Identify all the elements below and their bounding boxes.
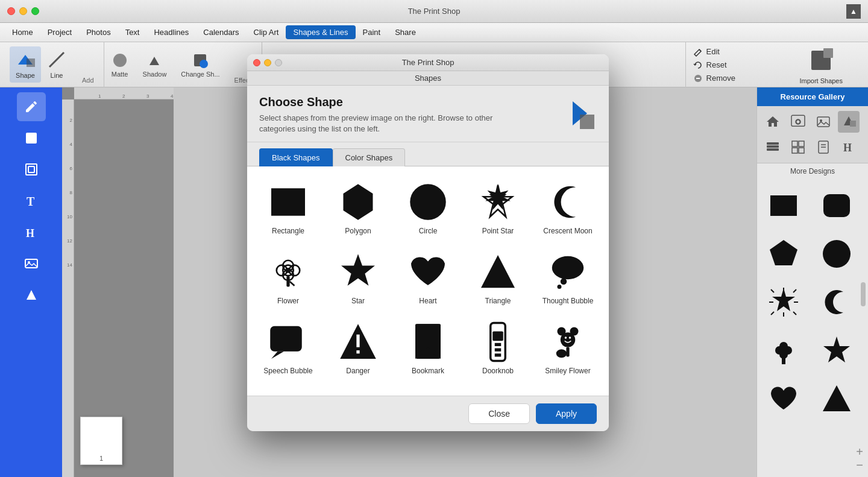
svg-rect-26 <box>767 145 779 148</box>
menu-paint[interactable]: Paint <box>356 25 388 39</box>
tool-reset[interactable]: Reset <box>693 60 735 70</box>
scrollbar[interactable] <box>861 282 866 306</box>
minimize-window-button[interactable] <box>19 7 27 15</box>
svg-point-91 <box>561 333 576 348</box>
svg-point-53 <box>779 346 788 355</box>
sidebar-image[interactable] <box>17 249 46 278</box>
svg-point-6 <box>200 60 208 68</box>
rp-image-icon[interactable] <box>813 111 834 133</box>
thumb-star-badge[interactable] <box>762 280 805 324</box>
ruler-vertical: 2 4 6 8 10 12 14 <box>62 100 74 477</box>
shape-cell-heart[interactable]: Heart <box>394 244 462 311</box>
menu-clipart[interactable]: Clip Art <box>247 25 286 39</box>
menu-text[interactable]: Text <box>118 25 147 39</box>
rp-layers-icon[interactable] <box>762 136 784 158</box>
close-window-button[interactable] <box>7 7 15 15</box>
shape-label-star: Star <box>351 297 365 305</box>
sidebar-headline[interactable]: H <box>17 218 46 247</box>
rp-home-icon[interactable] <box>762 111 784 133</box>
shape-cell-flower[interactable]: Flower <box>254 244 322 311</box>
tool-shadow[interactable]: Shadow <box>136 49 174 80</box>
sidebar-text[interactable]: T <box>17 186 46 215</box>
svg-line-2 <box>49 52 64 67</box>
rp-shapes-icon[interactable] <box>838 111 860 133</box>
thumb-circle[interactable] <box>815 232 858 276</box>
svg-rect-68 <box>286 276 289 287</box>
thumb-crescent[interactable] <box>815 280 858 324</box>
shape-cell-star[interactable]: Star <box>324 244 392 311</box>
dialog-max-traffic[interactable] <box>275 59 282 66</box>
sidebar: T H <box>0 87 62 477</box>
shape-cell-point-star[interactable]: Point Star <box>464 174 532 241</box>
svg-rect-27 <box>767 142 779 145</box>
thumb-flower[interactable] <box>762 329 805 372</box>
thumb-rectangle[interactable] <box>762 184 805 227</box>
tool-edit[interactable]: Edit <box>693 47 735 57</box>
shadow-label: Shadow <box>143 71 167 78</box>
dialog-min-traffic[interactable] <box>264 59 271 66</box>
tab-color-shapes[interactable]: Color Shapes <box>333 148 406 166</box>
line-label: Line <box>51 72 63 79</box>
tool-shape[interactable]: Shape <box>10 46 41 83</box>
shape-cell-polygon[interactable]: Polygon <box>324 174 392 241</box>
sidebar-paint[interactable] <box>17 280 46 309</box>
rp-text-icon[interactable]: H <box>838 136 860 158</box>
shape-label-thought-bubble: Thought Bubble <box>542 297 594 305</box>
shape-cell-bookmark[interactable]: Bookmark <box>394 314 462 381</box>
maximize-window-button[interactable] <box>31 7 39 15</box>
shape-cell-speech-bubble[interactable]: Speech Bubble <box>254 314 322 381</box>
svg-marker-60 <box>344 185 373 221</box>
import-shapes-label: Import Shapes <box>799 77 843 84</box>
menu-project[interactable]: Project <box>40 25 79 39</box>
collapse-button[interactable]: ▲ <box>846 4 861 19</box>
tool-change-shape[interactable]: Change Sh... <box>174 49 227 80</box>
thumb-rounded-rect[interactable] <box>815 184 858 227</box>
rp-camera-icon[interactable] <box>787 111 809 133</box>
menu-photos[interactable]: Photos <box>79 25 118 39</box>
shapes-thumbnail-grid <box>757 179 868 425</box>
shape-cell-crescent[interactable]: Crescent Moon <box>534 174 602 241</box>
menu-share[interactable]: Share <box>388 25 423 39</box>
tool-matte[interactable]: Matte <box>104 49 136 80</box>
sidebar-frame[interactable] <box>17 155 46 184</box>
svg-text:H: H <box>26 227 34 239</box>
close-button[interactable]: Close <box>468 403 530 424</box>
page-thumbnail[interactable]: 1 <box>80 417 122 465</box>
menu-calendars[interactable]: Calendars <box>196 25 246 39</box>
sidebar-crop[interactable] <box>17 124 46 153</box>
rp-grid-icon[interactable] <box>787 136 809 158</box>
matte-icon <box>112 52 128 69</box>
svg-rect-75 <box>270 326 302 352</box>
sidebar-pencil[interactable] <box>17 92 46 121</box>
dialog-close-traffic[interactable] <box>253 59 260 66</box>
svg-rect-86 <box>495 343 502 346</box>
import-shapes-button[interactable]: Import Shapes <box>792 42 850 87</box>
zoom-in-button[interactable]: + <box>856 445 863 459</box>
zoom-out-button[interactable]: − <box>856 458 863 472</box>
svg-text:H: H <box>843 142 852 154</box>
shape-cell-smiley-flower[interactable]: Smiley Flower <box>534 314 602 381</box>
menu-home[interactable]: Home <box>5 25 40 39</box>
shape-cell-triangle[interactable]: Triangle <box>464 244 532 311</box>
tool-line[interactable]: Line <box>41 46 72 83</box>
apply-button[interactable]: Apply <box>536 403 597 424</box>
thumb-triangle[interactable] <box>815 377 858 420</box>
shape-cell-danger[interactable]: Danger <box>324 314 392 381</box>
reset-label: Reset <box>706 60 727 69</box>
thumb-pentagon[interactable] <box>762 232 805 276</box>
menu-shapes[interactable]: Shapes & Lines <box>286 25 355 39</box>
shape-cell-circle[interactable]: Circle <box>394 174 462 241</box>
menu-headlines[interactable]: Headlines <box>146 25 196 39</box>
shape-cell-thought-bubble[interactable]: Thought Bubble <box>534 244 602 311</box>
thumb-star[interactable] <box>815 329 858 372</box>
rp-card-icon[interactable] <box>813 136 834 158</box>
svg-marker-71 <box>481 255 515 288</box>
shape-cell-rectangle[interactable]: Rectangle <box>254 174 322 241</box>
thumb-heart[interactable] <box>762 377 805 420</box>
shape-cell-doorknob[interactable]: Doorknob <box>464 314 532 381</box>
right-panel: Resource Gallery H More Desig <box>756 87 868 477</box>
page-thumb-content: 1 <box>80 417 122 465</box>
tab-black-shapes[interactable]: Black Shapes <box>259 148 333 166</box>
tool-remove[interactable]: Remove <box>693 74 735 83</box>
resource-gallery-title: Resource Gallery <box>781 92 845 101</box>
